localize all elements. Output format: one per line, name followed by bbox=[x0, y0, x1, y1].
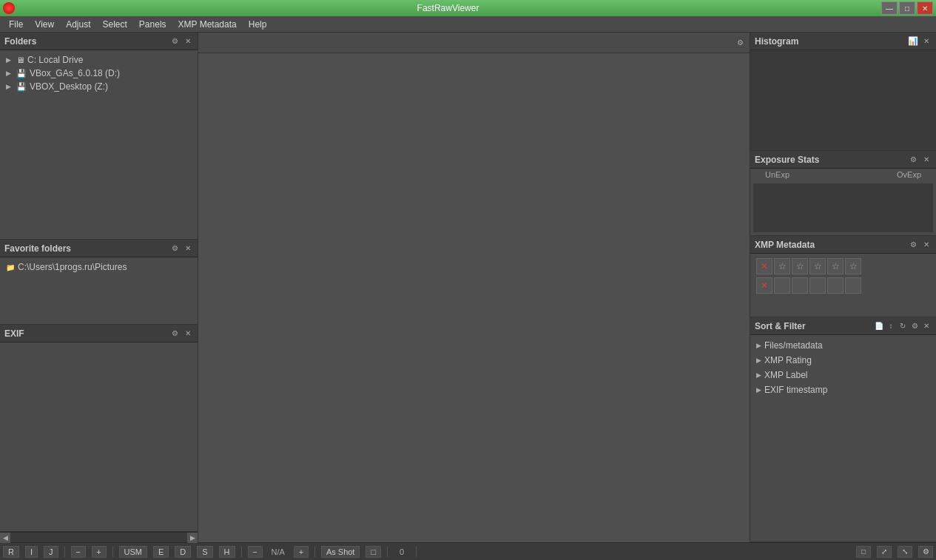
app-icon bbox=[3, 2, 15, 14]
folder-label-z: VBOX_Desktop (Z:) bbox=[30, 81, 108, 92]
view-single-btn[interactable]: □ bbox=[856, 546, 871, 558]
menu-adjust[interactable]: Adjust bbox=[60, 18, 96, 31]
scroll-track bbox=[10, 535, 187, 541]
sort-refresh-icon[interactable]: ↻ bbox=[898, 321, 908, 331]
menu-select[interactable]: Select bbox=[97, 18, 133, 31]
menu-xmp-metadata[interactable]: XMP Metadata bbox=[172, 18, 243, 31]
status-sep-6 bbox=[416, 547, 417, 557]
xmp-content: ✕ ☆ ☆ ☆ ☆ ☆ ✕ bbox=[750, 254, 936, 298]
exp-plus-btn[interactable]: + bbox=[294, 546, 309, 558]
s-btn[interactable]: S bbox=[197, 546, 212, 558]
histogram-close-icon[interactable]: ✕ bbox=[921, 36, 932, 47]
status-zero-value: 0 bbox=[394, 547, 410, 556]
favorites-content: 📁 C:\Users\1progs.ru\Pictures bbox=[0, 257, 198, 324]
e-btn[interactable]: E bbox=[153, 546, 169, 558]
sort-item-rating[interactable]: ▶ XMP Rating bbox=[750, 353, 936, 368]
sort-close-icon[interactable]: ✕ bbox=[921, 321, 932, 331]
xmp-star-3-btn[interactable]: ☆ bbox=[809, 258, 826, 274]
status-j-btn[interactable]: J bbox=[44, 546, 58, 558]
zoom-out-btn[interactable]: − bbox=[71, 546, 86, 558]
menu-file[interactable]: File bbox=[3, 18, 29, 31]
menu-bar: File View Adjust Select Panels XMP Metad… bbox=[0, 16, 936, 33]
xmp-close-icon[interactable]: ✕ bbox=[921, 240, 932, 250]
xmp-star-4-btn[interactable]: ☆ bbox=[827, 258, 844, 274]
xmp-header-icons: ⚙ ✕ bbox=[908, 240, 932, 250]
folders-header-icons: ⚙ ✕ bbox=[169, 36, 193, 47]
sort-file-icon[interactable]: 📄 bbox=[874, 321, 884, 331]
scroll-right-arrow[interactable]: ▶ bbox=[187, 533, 198, 543]
exif-settings-icon[interactable]: ⚙ bbox=[169, 328, 180, 339]
histogram-chart-icon[interactable]: 📊 bbox=[908, 36, 918, 47]
wb-icon-btn[interactable]: □ bbox=[366, 546, 381, 558]
folders-settings-icon[interactable]: ⚙ bbox=[169, 36, 180, 47]
favorites-settings-icon[interactable]: ⚙ bbox=[169, 243, 180, 254]
center-content bbox=[198, 53, 750, 542]
menu-help[interactable]: Help bbox=[243, 18, 273, 31]
exposure-labels: UnExp OvExp bbox=[750, 169, 936, 181]
status-i-btn[interactable]: I bbox=[25, 546, 38, 558]
xmp-color-2-btn[interactable] bbox=[792, 277, 808, 294]
xmp-colors-row: ✕ bbox=[753, 276, 933, 295]
folders-title: Folders bbox=[4, 36, 36, 47]
xmp-color-1-btn[interactable] bbox=[774, 277, 790, 294]
sort-item-label[interactable]: ▶ XMP Label bbox=[750, 368, 936, 382]
xmp-star-2-btn[interactable]: ☆ bbox=[792, 258, 808, 274]
folder-item-z[interactable]: ▶ 💾 VBOX_Desktop (Z:) bbox=[0, 80, 198, 93]
exposure-settings-icon[interactable]: ⚙ bbox=[908, 155, 918, 165]
left-panel: Folders ⚙ ✕ ▶ 🖥 C: Local Drive ▶ 💾 VBox_… bbox=[0, 33, 198, 542]
xmp-star-5-btn[interactable]: ☆ bbox=[845, 258, 861, 274]
view-fullscreen-btn[interactable]: ⤡ bbox=[898, 546, 912, 558]
folders-close-icon[interactable]: ✕ bbox=[183, 36, 193, 47]
whitebalance-btn[interactable]: As Shot bbox=[321, 546, 360, 558]
sort-item-exif[interactable]: ▶ EXIF timestamp bbox=[750, 382, 936, 397]
folder-arrow-c: ▶ bbox=[6, 56, 13, 64]
sort-settings-icon[interactable]: ⚙ bbox=[909, 321, 920, 331]
exposure-close-icon[interactable]: ✕ bbox=[921, 155, 932, 165]
h-btn[interactable]: H bbox=[219, 546, 235, 558]
sort-label-rating: XMP Rating bbox=[764, 355, 812, 365]
zoom-in-btn[interactable]: + bbox=[92, 546, 107, 558]
usm-btn[interactable]: USM bbox=[119, 546, 147, 558]
xmp-settings-icon[interactable]: ⚙ bbox=[908, 240, 918, 250]
favorite-item-pictures[interactable]: 📁 C:\Users\1progs.ru\Pictures bbox=[0, 260, 198, 274]
folder-item-d[interactable]: ▶ 💾 VBox_GAs_6.0.18 (D:) bbox=[0, 67, 198, 80]
exp-minus-btn[interactable]: − bbox=[248, 546, 263, 558]
folder-label-c: C: Local Drive bbox=[27, 55, 83, 65]
menu-view[interactable]: View bbox=[29, 18, 60, 31]
status-sep-2 bbox=[112, 547, 113, 557]
center-settings-icon[interactable]: ⚙ bbox=[735, 38, 745, 48]
sort-arrows-icon[interactable]: ↕ bbox=[886, 321, 896, 331]
app-title: FastRawViewer bbox=[15, 3, 881, 13]
exif-header-icons: ⚙ ✕ bbox=[169, 328, 193, 339]
minimize-button[interactable]: — bbox=[881, 1, 898, 15]
center-toolbar: ⚙ bbox=[198, 33, 750, 53]
window-controls: — □ ✕ bbox=[881, 1, 933, 15]
folder-item-c[interactable]: ▶ 🖥 C: Local Drive bbox=[0, 53, 198, 67]
status-sep-5 bbox=[387, 547, 388, 557]
view-settings-btn[interactable]: ⚙ bbox=[918, 546, 933, 558]
xmp-star-1-btn[interactable]: ☆ bbox=[774, 258, 790, 274]
status-r-btn[interactable]: R bbox=[3, 546, 19, 558]
exif-close-icon[interactable]: ✕ bbox=[183, 328, 193, 339]
favorites-close-icon[interactable]: ✕ bbox=[183, 243, 193, 254]
maximize-button[interactable]: □ bbox=[899, 1, 915, 15]
folder-arrow-d: ▶ bbox=[6, 70, 13, 77]
center-panel: ⚙ bbox=[198, 33, 750, 542]
xmp-color-4-btn[interactable] bbox=[827, 277, 844, 294]
sort-item-files[interactable]: ▶ Files/metadata bbox=[750, 338, 936, 353]
xmp-reject-btn[interactable]: ✕ bbox=[756, 258, 772, 274]
folders-content: ▶ 🖥 C: Local Drive ▶ 💾 VBox_GAs_6.0.18 (… bbox=[0, 50, 198, 239]
scroll-left-arrow[interactable]: ◀ bbox=[0, 533, 10, 543]
exposure-header-icons: ⚙ ✕ bbox=[908, 155, 932, 165]
view-fit-btn[interactable]: ⤢ bbox=[877, 546, 892, 558]
exif-content bbox=[0, 343, 198, 531]
favorites-title: Favorite folders bbox=[4, 243, 71, 254]
left-scrollbar[interactable]: ◀ ▶ bbox=[0, 532, 198, 542]
d-btn[interactable]: D bbox=[175, 546, 191, 558]
xmp-color-5-btn[interactable] bbox=[845, 277, 861, 294]
xmp-color-reject-btn[interactable]: ✕ bbox=[756, 277, 772, 294]
xmp-color-3-btn[interactable] bbox=[809, 277, 826, 294]
menu-panels[interactable]: Panels bbox=[133, 18, 172, 31]
histogram-header: Histogram 📊 ✕ bbox=[750, 33, 936, 50]
close-button[interactable]: ✕ bbox=[917, 1, 933, 15]
